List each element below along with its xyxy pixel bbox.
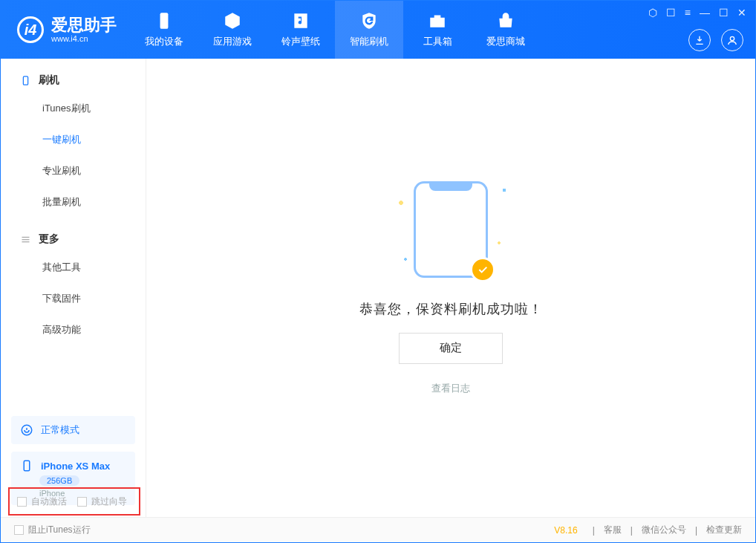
sidebar: 刷机 iTunes刷机 一键刷机 专业刷机 批量刷机 更多 其他工具 下载固件 … (1, 59, 146, 517)
sidebar-group-flash-label: 刷机 (39, 74, 59, 87)
svg-rect-4 (24, 461, 30, 471)
minimize-button[interactable]: — (700, 7, 710, 19)
check-update-link[interactable]: 检查更新 (706, 524, 742, 536)
tab-flash[interactable]: 智能刷机 (335, 1, 403, 59)
tab-device-label: 我的设备 (145, 35, 183, 48)
tab-apps[interactable]: 应用游戏 (198, 1, 267, 59)
auto-activate-label: 自动激活 (31, 495, 67, 508)
tab-rings-label: 铃声壁纸 (281, 35, 320, 48)
main-content: 恭喜您，保资料刷机成功啦！ 确定 查看日志 (146, 59, 755, 517)
svg-rect-0 (160, 13, 169, 29)
sparkle-icon (501, 187, 507, 193)
sidebar-item-other-tools[interactable]: 其他工具 (1, 252, 146, 283)
check-icon (477, 264, 489, 276)
tab-device[interactable]: 我的设备 (130, 1, 198, 59)
skip-guide-label: 跳过向导 (91, 495, 127, 508)
sidebar-item-oneclick-flash[interactable]: 一键刷机 (1, 124, 146, 155)
mode-refresh-icon (20, 423, 33, 437)
menu-icon[interactable]: ≡ (685, 7, 691, 19)
checkbox-icon (17, 497, 27, 507)
cube-icon (223, 11, 242, 30)
store-icon (496, 11, 515, 30)
tab-toolbox-label: 工具箱 (423, 35, 452, 48)
download-button[interactable] (688, 29, 711, 51)
header: i4 爱思助手 www.i4.cn 我的设备 应用游戏 铃声壁纸 智能刷机 工具… (1, 1, 755, 59)
tab-flash-label: 智能刷机 (350, 35, 388, 48)
footer-right: V8.16 | 客服 | 微信公众号 | 检查更新 (554, 524, 742, 536)
svg-point-1 (730, 36, 734, 40)
sidebar-group-more-label: 更多 (39, 233, 59, 246)
sparkle-icon (497, 241, 501, 245)
separator: | (593, 525, 595, 536)
sidebar-item-download-firmware[interactable]: 下载固件 (1, 283, 146, 314)
top-tabs: 我的设备 应用游戏 铃声壁纸 智能刷机 工具箱 爱思商城 (130, 1, 540, 59)
tab-rings[interactable]: 铃声壁纸 (267, 1, 335, 59)
success-check-badge (470, 257, 495, 282)
app-logo-icon: i4 (17, 16, 44, 43)
checkbox-icon (14, 525, 24, 535)
tab-apps-label: 应用游戏 (213, 35, 252, 48)
logo-block: i4 爱思助手 www.i4.cn (1, 1, 130, 59)
sidebar-item-batch-flash[interactable]: 批量刷机 (1, 186, 146, 218)
separator: | (695, 525, 697, 536)
device-mode-label: 正常模式 (41, 423, 79, 437)
separator: | (630, 525, 633, 536)
phone-icon (20, 459, 33, 472)
ok-button[interactable]: 确定 (399, 333, 503, 364)
svg-rect-2 (23, 76, 27, 84)
device-icon (154, 11, 174, 30)
sidebar-item-itunes-flash[interactable]: iTunes刷机 (1, 93, 146, 124)
tab-toolbox[interactable]: 工具箱 (403, 1, 472, 59)
app-name: 爱思助手 (51, 16, 117, 34)
device-storage: 256GB (39, 475, 79, 486)
account-button[interactable] (721, 29, 743, 51)
checkbox-icon (77, 497, 87, 507)
sidebar-item-pro-flash[interactable]: 专业刷机 (1, 155, 146, 186)
footer: 阻止iTunes运行 V8.16 | 客服 | 微信公众号 | 检查更新 (1, 517, 755, 542)
feedback-icon[interactable]: ☐ (666, 7, 676, 19)
success-illustration (414, 181, 488, 278)
tab-store[interactable]: 爱思商城 (472, 1, 540, 59)
sidebar-group-flash: 刷机 (1, 59, 146, 93)
version-label: V8.16 (554, 525, 577, 536)
toolbox-icon (428, 11, 447, 30)
menu-lines-icon (20, 234, 31, 245)
logo-text: 爱思助手 www.i4.cn (51, 16, 117, 43)
auto-activate-option[interactable]: 自动激活 (17, 495, 67, 508)
block-itunes-option[interactable]: 阻止iTunes运行 (14, 524, 91, 536)
app-site: www.i4.cn (51, 34, 117, 43)
device-name: iPhone XS Max (41, 461, 110, 472)
device-mode-card[interactable]: 正常模式 (11, 416, 135, 444)
block-itunes-label: 阻止iTunes运行 (28, 524, 91, 536)
header-right (688, 29, 743, 51)
user-icon (726, 34, 738, 46)
sidebar-item-advanced[interactable]: 高级功能 (1, 314, 146, 345)
view-log-link[interactable]: 查看日志 (431, 382, 470, 395)
device-card-top: iPhone XS Max (20, 459, 110, 472)
sidebar-upper: 刷机 iTunes刷机 一键刷机 专业刷机 批量刷机 更多 其他工具 下载固件 … (1, 59, 146, 345)
sparkle-icon (403, 257, 408, 261)
sparkle-icon (397, 199, 405, 207)
close-button[interactable]: ✕ (737, 7, 746, 19)
skip-guide-option[interactable]: 跳过向导 (77, 495, 127, 508)
tab-store-label: 爱思商城 (486, 35, 525, 48)
support-link[interactable]: 客服 (604, 524, 622, 536)
shield-refresh-icon (359, 11, 379, 30)
success-message: 恭喜您，保资料刷机成功啦！ (359, 300, 543, 318)
sidebar-group-more: 更多 (1, 218, 146, 252)
flash-options-highlight: 自动激活 跳过向导 (8, 487, 140, 516)
download-icon (694, 34, 706, 46)
music-icon (291, 11, 310, 30)
wechat-link[interactable]: 微信公众号 (642, 524, 686, 536)
maximize-button[interactable]: ☐ (719, 7, 729, 19)
titlebar-icons: ⬡ ☐ ≡ — ☐ ✕ (648, 7, 746, 19)
shirt-icon[interactable]: ⬡ (648, 7, 657, 19)
phone-outline-icon (20, 75, 31, 86)
